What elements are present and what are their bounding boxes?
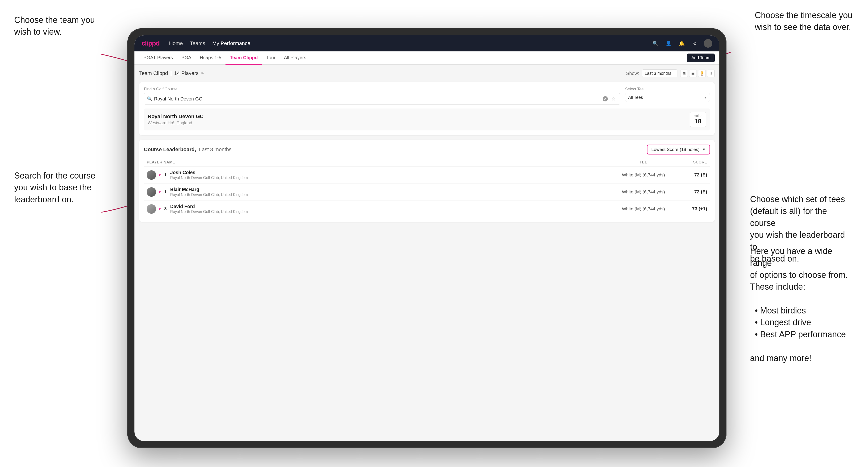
course-result: Royal North Devon GC Westward Ho!, Engla… [144,108,710,130]
navbar-links: Home Teams My Performance [169,40,651,46]
annotation-top-right: Choose the timescale youwish to see the … [755,9,854,33]
player-info: Josh Coles Royal North Devon Golf Club, … [170,170,248,180]
table-row: ♥ 3 David Ford Royal North Devon Golf Cl… [144,200,710,217]
ipad-device: clippd Home Teams My Performance 🔍 👤 🔔 ⚙… [127,28,726,448]
tab-hcaps[interactable]: Hcaps 1-5 [195,52,225,65]
annotation-top-left: Choose the team you wish to view. [14,14,97,38]
avatar [147,204,156,214]
score-value: 73 (+1) [679,206,707,212]
search-field-group: Find a Golf Course 🔍 ✕ ☆ [144,87,620,105]
score-value: 72 (E) [679,189,707,195]
tab-tour[interactable]: Tour [262,52,280,65]
person-icon[interactable]: 👤 [664,39,673,48]
course-location: Westward Ho!, England [148,121,204,125]
clear-search-button[interactable]: ✕ [602,96,608,101]
tab-team-clippd[interactable]: Team Clippd [225,52,262,65]
annotation-middle-left: Search for the courseyou wish to base th… [14,170,104,206]
holes-badge: Holes 18 [690,112,706,127]
app-wrapper: clippd Home Teams My Performance 🔍 👤 🔔 ⚙… [134,35,719,441]
search-magnifier-icon: 🔍 [147,96,152,101]
search-icon[interactable]: 🔍 [651,39,659,48]
tab-pga[interactable]: PGA [177,52,195,65]
view-icons: ⊞ ☰ 🏆 ⬇ [680,69,715,77]
content-area: Team Clippd | 14 Players ✏ Show: Last 3 … [134,65,719,441]
nav-my-performance[interactable]: My Performance [212,40,250,46]
annotation-list-item: Most birdies [755,305,854,316]
player-info: Blair McHarg Royal North Devon Golf Club… [170,187,248,197]
player-count-label: 14 Players [174,70,198,76]
show-label: Show: [626,71,639,76]
annotation-bottom-right: Here you have a wide rangeof options to … [750,245,854,364]
sub-navbar: PGAT Players PGA Hcaps 1-5 Team Clippd T… [134,52,719,65]
show-controls: Show: Last 3 months Last month Last 6 mo… [626,69,715,77]
heart-icon[interactable]: ♥ [158,173,161,177]
nav-teams[interactable]: Teams [190,40,205,46]
player-club: Royal North Devon Golf Club, United King… [170,176,248,180]
player-col: ♥ 3 David Ford Royal North Devon Golf Cl… [147,204,608,214]
leaderboard-table: PLAYER NAME TEE SCORE ♥ 1 [144,158,710,217]
grid-view-icon[interactable]: ⊞ [680,69,688,77]
player-info: David Ford Royal North Devon Golf Club, … [170,204,248,214]
table-row: ♥ 1 Blair McHarg Royal North Devon Golf … [144,184,710,200]
col-score: SCORE [679,160,707,164]
score-value: 72 (E) [679,172,707,178]
player-name: Josh Coles [170,170,248,175]
bell-icon[interactable]: 🔔 [677,39,686,48]
tee-chevron-icon: ▼ [704,96,707,99]
heart-icon[interactable]: ♥ [158,207,161,211]
heart-icon[interactable]: ♥ [158,190,161,194]
tee-value: White (M) (6,744 yds) [608,173,679,178]
course-name: Royal North Devon GC [148,114,204,120]
player-rank: 1 [163,189,168,194]
team-title: Team Clippd | 14 Players ✏ [139,70,205,76]
player-rank: 1 [163,173,168,177]
navbar-icons: 🔍 👤 🔔 ⚙ [651,39,712,48]
show-select-wrapper: Last 3 months Last month Last 6 months L… [642,69,677,77]
find-course-label: Find a Golf Course [144,87,620,92]
holes-number: 18 [694,118,702,125]
course-result-info: Royal North Devon GC Westward Ho!, Engla… [148,114,204,125]
score-selector-dropdown[interactable]: Lowest Score (18 holes) ▼ [647,145,710,154]
score-selector-label: Lowest Score (18 holes) [651,147,700,152]
course-search-input[interactable] [154,96,601,102]
holes-label: Holes [694,114,702,118]
annotation-list-item: Longest drive [755,316,854,328]
tab-all-players[interactable]: All Players [280,52,310,65]
add-team-button[interactable]: Add Team [687,54,715,62]
separator: | [170,70,172,76]
time-range-select[interactable]: Last 3 months Last month Last 6 months L… [642,69,677,77]
top-navbar: clippd Home Teams My Performance 🔍 👤 🔔 ⚙ [134,35,719,52]
app-logo: clippd [142,40,159,47]
edit-icon[interactable]: ✏ [201,71,205,76]
avatar[interactable] [704,39,712,48]
col-tee: TEE [608,160,679,164]
course-search-card: Find a Golf Course 🔍 ✕ ☆ Select Tee [139,82,715,135]
player-club: Royal North Devon Golf Club, United King… [170,193,248,197]
download-icon[interactable]: ⬇ [707,69,715,77]
list-view-icon[interactable]: ☰ [689,69,697,77]
player-name: David Ford [170,204,248,209]
leaderboard-card: Course Leaderboard, Last 3 months Lowest… [139,140,715,222]
tee-value: White (M) (6,744 yds) [608,189,679,195]
player-col: ♥ 1 Blair McHarg Royal North Devon Golf … [147,187,608,197]
star-favorite-button[interactable]: ☆ [610,95,617,102]
player-col: ♥ 1 Josh Coles Royal North Devon Golf Cl… [147,170,608,180]
settings-icon[interactable]: ⚙ [691,39,699,48]
team-name-label: Team Clippd [139,70,168,76]
trophy-icon[interactable]: 🏆 [698,69,706,77]
nav-home[interactable]: Home [169,40,183,46]
player-name: Blair McHarg [170,187,248,192]
table-header: PLAYER NAME TEE SCORE [144,158,710,166]
ipad-screen: clippd Home Teams My Performance 🔍 👤 🔔 ⚙… [134,35,719,441]
tee-select-label: Select Tee [625,87,710,92]
tab-pgat-players[interactable]: PGAT Players [139,52,177,65]
col-player-name: PLAYER NAME [147,160,608,164]
player-club: Royal North Devon Golf Club, United King… [170,210,248,214]
table-row: ♥ 1 Josh Coles Royal North Devon Golf Cl… [144,166,710,184]
tee-select[interactable]: All Tees White (M) Yellow (M) Red (W) [628,95,704,100]
player-rank: 3 [163,206,168,211]
leaderboard-title: Course Leaderboard, Last 3 months [144,147,231,153]
annotation-list-item: Best APP performance [755,329,854,340]
tee-select-wrapper: All Tees White (M) Yellow (M) Red (W) ▼ [625,93,710,102]
avatar [147,187,156,197]
